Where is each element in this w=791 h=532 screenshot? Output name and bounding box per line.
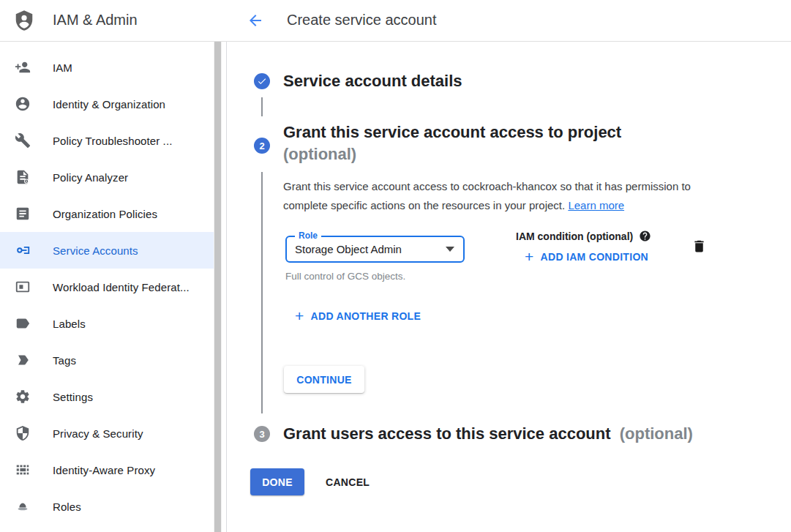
- role-selected-value: Storage Object Admin: [295, 243, 402, 255]
- sidebar-scrollbar[interactable]: [214, 41, 222, 532]
- sidebar-item-tags[interactable]: Tags: [0, 342, 214, 378]
- policy-analyzer-icon: [15, 169, 31, 185]
- help-button[interactable]: [639, 230, 651, 242]
- step3-title: Grant users access to this service accou…: [283, 423, 693, 445]
- iam-condition-label-row: IAM condition (optional): [516, 230, 651, 242]
- sidebar-item-identity-organization[interactable]: Identity & Organization: [0, 86, 214, 122]
- sidebar-item-label: Policy Analyzer: [53, 171, 128, 184]
- privacy-shield-icon: [15, 425, 31, 441]
- step-connector: [261, 97, 263, 116]
- badge-card-icon: [15, 279, 31, 295]
- iap-grid-icon: [15, 462, 31, 478]
- continue-button[interactable]: CONTINUE: [284, 366, 364, 393]
- sidebar-item-service-accounts[interactable]: Service Accounts: [0, 232, 214, 269]
- step1-complete-badge: [254, 73, 270, 89]
- top-app-bar: IAM & Admin Create service account: [0, 0, 791, 42]
- sidebar-item-roles[interactable]: Roles: [0, 488, 214, 525]
- sidebar-item-iam[interactable]: IAM: [0, 49, 214, 86]
- role-helper-text: Full control of GCS objects.: [285, 271, 405, 282]
- sidebar-item-settings[interactable]: Settings: [0, 378, 214, 415]
- sidebar-item-label: Policy Troubleshooter ...: [53, 135, 172, 147]
- account-circle-icon: [15, 96, 31, 112]
- add-another-role-button[interactable]: + ADD ANOTHER ROLE: [295, 310, 421, 323]
- step3-title-text: Grant users access to this service accou…: [283, 424, 611, 443]
- plus-icon: +: [525, 250, 534, 263]
- sidebar-item-label: Roles: [53, 501, 81, 513]
- check-icon: [257, 76, 267, 86]
- step1-title: Service account details: [283, 70, 462, 92]
- sidebar-item-label: Privacy & Security: [53, 427, 143, 440]
- sidebar-item-label: Workload Identity Federat...: [53, 281, 190, 293]
- sidebar-item-policy-analyzer[interactable]: Policy Analyzer: [0, 159, 214, 195]
- sidebar-item-label: Settings: [53, 391, 93, 403]
- sidebar-item-label: Organization Policies: [53, 208, 157, 220]
- role-select[interactable]: Role Storage Object Admin: [285, 236, 465, 263]
- page-title: Create service account: [287, 0, 437, 40]
- person-add-icon: [15, 59, 31, 75]
- sidebar-item-label: Tags: [53, 354, 76, 367]
- role-field-label: Role: [295, 231, 321, 241]
- sidebar-item-workload-identity-federation[interactable]: Workload Identity Federat...: [0, 269, 214, 305]
- delete-role-button[interactable]: [691, 239, 707, 256]
- step2-optional-label: (optional): [283, 143, 621, 165]
- sidebar-item-identity-aware-proxy[interactable]: Identity-Aware Proxy: [0, 452, 214, 488]
- app-title: IAM & Admin: [53, 0, 138, 40]
- iam-condition-label: IAM condition (optional): [516, 231, 633, 242]
- sidebar-item-organization-policies[interactable]: Organization Policies: [0, 195, 214, 232]
- sidebar-item-policy-troubleshooter[interactable]: Policy Troubleshooter ...: [0, 122, 214, 159]
- step2-description: Grant this service account access to coc…: [283, 177, 719, 215]
- done-button[interactable]: DONE: [250, 468, 304, 495]
- step2-number-badge: 2: [254, 138, 270, 154]
- label-icon: [15, 315, 31, 331]
- dropdown-caret-icon: [446, 247, 454, 252]
- step2-title: Grant this service account access to pro…: [283, 121, 621, 165]
- step-connector: [261, 172, 263, 413]
- service-account-icon: [15, 242, 31, 258]
- step3-number-badge: 3: [254, 426, 270, 442]
- cancel-button[interactable]: CANCEL: [318, 468, 377, 495]
- step3-optional-label: (optional): [620, 424, 693, 443]
- sidebar-item-label: IAM: [53, 61, 72, 74]
- back-button[interactable]: [246, 12, 265, 29]
- sidebar-item-label: Labels: [53, 318, 86, 330]
- trash-icon: [691, 245, 707, 256]
- roles-hat-icon: [15, 498, 31, 514]
- help-icon: [639, 230, 651, 242]
- wrench-icon: [15, 132, 31, 149]
- gear-icon: [15, 389, 31, 405]
- learn-more-link[interactable]: Learn more: [568, 199, 624, 211]
- sidebar-item-label: Service Accounts: [53, 244, 138, 257]
- sidebar-item-privacy-security[interactable]: Privacy & Security: [0, 415, 214, 452]
- tag-arrow-icon: [15, 352, 31, 368]
- sidebar: IAM Identity & Organization Policy Troub…: [0, 41, 227, 532]
- sidebar-scrollbar-thumb[interactable]: [214, 42, 221, 532]
- sidebar-item-label: Identity & Organization: [53, 98, 165, 110]
- sidebar-item-labels[interactable]: Labels: [0, 305, 214, 342]
- create-service-account-form: Service account details 2 Grant this ser…: [228, 41, 791, 532]
- arrow-back-icon: [247, 20, 264, 31]
- page: IAM & Admin Create service account IAM I…: [0, 0, 791, 532]
- step2-title-text: Grant this service account access to pro…: [283, 123, 621, 141]
- plus-icon: +: [295, 310, 304, 323]
- iam-admin-shield-icon: [13, 10, 35, 31]
- add-iam-condition-button[interactable]: + ADD IAM CONDITION: [525, 250, 648, 263]
- sidebar-item-label: Identity-Aware Proxy: [53, 464, 155, 476]
- document-icon: [15, 206, 31, 222]
